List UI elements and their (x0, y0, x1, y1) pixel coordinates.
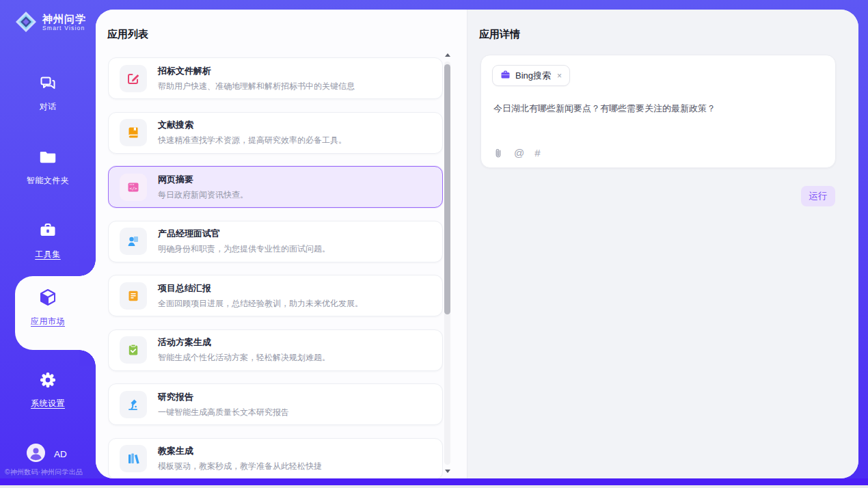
app-name: 项目总结汇报 (158, 282, 363, 295)
app-desc: 每日政府新闻资讯快查。 (158, 189, 248, 201)
folder-icon (38, 148, 57, 170)
sidebar-item-smart-folders[interactable]: 智能文件夹 (0, 148, 96, 187)
app-name: 网页摘要 (158, 174, 248, 186)
app-name: 产品经理面试官 (158, 228, 330, 240)
briefcase-icon (500, 70, 511, 82)
app-name: 招标文件解析 (158, 65, 355, 77)
mention-icon[interactable]: @ (514, 147, 524, 159)
app-card-7[interactable]: 研究报告一键智能生成高质量长文本研究报告 (108, 383, 443, 425)
app-name: 研究报告 (158, 391, 289, 403)
sidebar-item-app-market[interactable]: 应用市场 (0, 287, 96, 327)
app-card-2[interactable]: 文献搜索快速精准查找学术资源，提高研究效率的必备工具。 (108, 112, 443, 154)
chip-close-icon[interactable]: × (557, 71, 562, 81)
app-desc: 模板驱动，教案秒成，教学准备从此轻松快捷 (158, 461, 322, 472)
prompt-card: Bing搜索 × 今日湖北有哪些新闻要点？有哪些需要关注的最新政策？ @ # (480, 55, 836, 168)
user-label: AD (54, 449, 67, 459)
app-name: 教案生成 (158, 445, 322, 457)
clipboard-check-icon (120, 336, 147, 364)
chat-icon (38, 74, 57, 96)
active-indicator-curve-bottom (79, 350, 96, 366)
active-indicator-curve-top (79, 260, 96, 276)
user-avatar-icon (27, 444, 45, 464)
sidebar-item-label: 智能文件夹 (27, 175, 70, 187)
query-text[interactable]: 今日湖北有哪些新闻要点？有哪些需要关注的最新政策？ (493, 103, 823, 115)
sidebar-item-label: 对话 (40, 101, 57, 113)
app-desc: 一键智能生成高质量长文本研究报告 (158, 407, 289, 418)
app-name: 文献搜索 (158, 119, 347, 131)
cube-icon (38, 287, 58, 310)
app-list-scrollbar[interactable] (444, 53, 451, 473)
sidebar-item-label: 应用市场 (31, 316, 65, 327)
app-desc: 帮助用户快速、准确地理解和解析招标书中的关键信息 (158, 81, 355, 92)
user-profile[interactable]: AD (27, 444, 67, 464)
interviewer-icon (120, 228, 147, 255)
app-card-6[interactable]: 活动方案生成智能生成个性化活动方案，轻松解决规划难题。 (108, 329, 443, 371)
app-card-1[interactable]: 招标文件解析帮助用户快速、准确地理解和解析招标书中的关键信息 (108, 57, 443, 99)
research-icon (120, 391, 147, 418)
toolbox-icon (38, 221, 57, 243)
books-icon (120, 445, 147, 472)
scroll-up-icon[interactable] (445, 53, 450, 57)
app-name: 活动方案生成 (158, 336, 330, 349)
app-desc: 快速精准查找学术资源，提高研究效率的必备工具。 (158, 135, 347, 146)
app-card-3[interactable]: </>网页摘要每日政府新闻资讯快查。 (108, 166, 443, 208)
edit-document-icon (120, 65, 147, 92)
gear-icon (38, 370, 57, 392)
brand-logo-icon (14, 10, 38, 33)
sidebar-item-settings[interactable]: 系统设置 (0, 370, 96, 409)
app-list-title: 应用列表 (107, 28, 148, 41)
book-icon (120, 119, 147, 146)
scrollbar-thumb[interactable] (444, 64, 450, 314)
run-button[interactable]: 运行 (801, 186, 835, 206)
app-detail-pane: 应用详情 Bing搜索 × 今日湖北有哪些新闻要点？有哪些需要关注的最新政策？ (467, 10, 858, 478)
brand-subtitle: Smart Vision (42, 25, 86, 31)
sidebar: 神州问学 Smart Vision 对话 智能文件夹 (0, 0, 96, 488)
attachment-icon[interactable] (493, 148, 504, 159)
app-list-pane: 应用列表 招标文件解析帮助用户快速、准确地理解和解析招标书中的关键信息文献搜索快… (96, 10, 467, 478)
brand-logo: 神州问学 Smart Vision (14, 10, 86, 33)
sidebar-item-chat[interactable]: 对话 (0, 74, 96, 113)
svg-text:</>: </> (129, 186, 137, 191)
memo-icon (120, 282, 147, 310)
app-card-4[interactable]: 产品经理面试官明确身份和职责，为您提供专业性的面试问题。 (108, 221, 443, 262)
sidebar-item-label: 系统设置 (31, 398, 65, 409)
app-desc: 明确身份和职责，为您提供专业性的面试问题。 (158, 243, 330, 255)
bottom-strip (0, 485, 868, 488)
tool-chip[interactable]: Bing搜索 × (492, 65, 570, 86)
composer-toolbar: @ # (493, 147, 541, 159)
app-detail-title: 应用详情 (479, 28, 520, 41)
copyright-text: ©神州数码·神州问学出品 (5, 467, 98, 477)
scroll-down-icon[interactable] (445, 470, 450, 473)
app-window: 神州问学 Smart Vision 对话 智能文件夹 (0, 0, 868, 488)
browser-code-icon: </> (120, 174, 147, 201)
app-desc: 全面回顾项目进展，总结经验教训，助力未来优化发展。 (158, 298, 363, 310)
app-card-8[interactable]: 教案生成模板驱动，教案秒成，教学准备从此轻松快捷 (108, 438, 443, 479)
app-list: 招标文件解析帮助用户快速、准确地理解和解析招标书中的关键信息文献搜索快速精准查找… (108, 48, 443, 478)
sidebar-item-toolset[interactable]: 工具集 (0, 221, 96, 260)
hash-icon[interactable]: # (534, 147, 540, 159)
brand-name: 神州问学 (42, 13, 86, 25)
tool-chip-label: Bing搜索 (515, 70, 551, 82)
app-card-5[interactable]: 项目总结汇报全面回顾项目进展，总结经验教训，助力未来优化发展。 (108, 275, 443, 316)
sidebar-item-label: 工具集 (35, 249, 61, 260)
main-panel: 应用列表 招标文件解析帮助用户快速、准确地理解和解析招标书中的关键信息文献搜索快… (96, 10, 858, 478)
app-desc: 智能生成个性化活动方案，轻松解决规划难题。 (158, 352, 330, 364)
bottom-bar (0, 478, 868, 485)
